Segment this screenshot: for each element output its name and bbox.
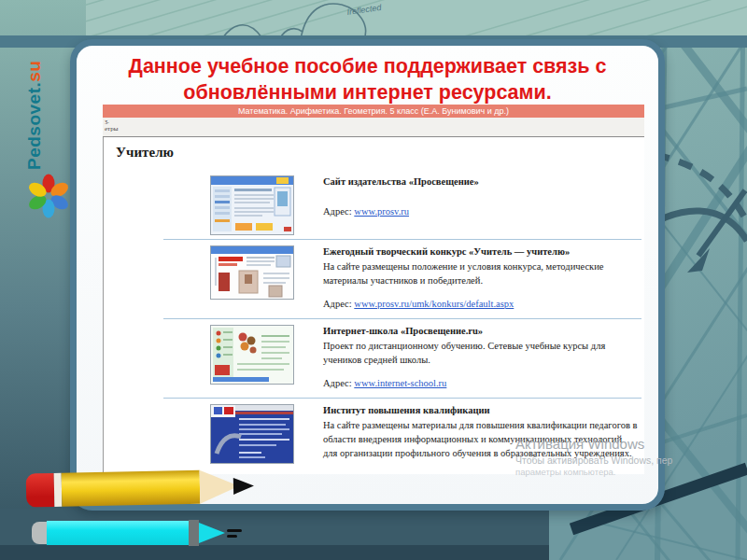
slide-panel: Данное учебное пособие поддерживает связ… — [70, 39, 665, 511]
thumbnail-konkurs-site[interactable] — [210, 245, 294, 300]
pen-tip — [227, 529, 242, 538]
toolbar-glyph: ʒ. — [105, 118, 644, 125]
list-item: Ежегодный творческий конкурс «Учитель — … — [104, 240, 644, 318]
app-screenshot: Математика. Арифметика. Геометрия. 5 кла… — [103, 105, 644, 474]
thumbnail-internet-school-site[interactable] — [210, 325, 294, 385]
item-address: Адрес: www.internet-school.ru — [323, 377, 639, 391]
yellow-pencil-image — [26, 465, 255, 511]
pedsovet-flower-icon — [26, 174, 71, 218]
app-title-bar: Математика. Арифметика. Геометрия. 5 кла… — [103, 105, 644, 118]
item-link[interactable]: www.prosv.ru — [354, 206, 409, 217]
thumbnail-prosv-site[interactable] — [210, 175, 294, 235]
thumbnail-ipk-site[interactable] — [210, 404, 294, 464]
brand-primary: Pedsovet. — [24, 82, 44, 170]
item-title: Сайт издательства «Просвещение» — [323, 175, 639, 189]
item-description: На сайте размещены положение и условия к… — [323, 260, 639, 288]
item-description: Проект по дистанционному обучению. Сетев… — [323, 340, 639, 368]
resource-list: Учителю — [103, 137, 644, 473]
watermark-line1: Активация Windows — [515, 435, 726, 454]
item-title: Институт повышения квалификации — [323, 404, 639, 418]
item-link[interactable]: www.prosv.ru/umk/konkurs/default.aspx — [354, 299, 514, 309]
watermark-line3: параметры компьютера. — [515, 467, 726, 477]
section-title: Учителю — [116, 145, 644, 161]
brand-logo-text: Pedsovet.su — [24, 61, 45, 170]
watermark-line2: Чтобы активировать Windows, пер — [515, 454, 726, 467]
slide-title-line2: обновлёнными интернет ресурсами. — [82, 80, 653, 106]
item-address: Адрес: www.prosv.ru — [323, 205, 639, 219]
item-title: Интернет-школа «Просвещение.ru» — [323, 325, 639, 339]
pencil-eraser — [26, 473, 55, 508]
slide-title-line1: Данное учебное пособие поддерживает связ… — [82, 54, 653, 80]
item-address: Адрес: www.prosv.ru/umk/konkurs/default.… — [323, 298, 639, 312]
list-item: Сайт издательства «Просвещение» Адрес: w… — [104, 170, 644, 239]
item-link[interactable]: www.prosv-ipk.ru — [354, 471, 425, 473]
list-item: Интернет-школа «Просвещение.ru» Проект п… — [104, 319, 644, 398]
item-link[interactable]: www.internet-school.ru — [354, 378, 446, 388]
app-toolbar: ʒ. етры — [103, 118, 644, 137]
windows-activation-watermark: Активация Windows Чтобы активировать Win… — [515, 435, 726, 477]
brand-suffix: su — [24, 61, 44, 82]
item-title: Ежегодный творческий конкурс «Учитель — … — [323, 245, 639, 259]
cyan-pen-image — [32, 519, 242, 547]
pencil-tip — [233, 477, 254, 494]
toolbar-fragment: етры — [105, 125, 644, 133]
slide-title: Данное учебное пособие поддерживает связ… — [82, 54, 653, 105]
